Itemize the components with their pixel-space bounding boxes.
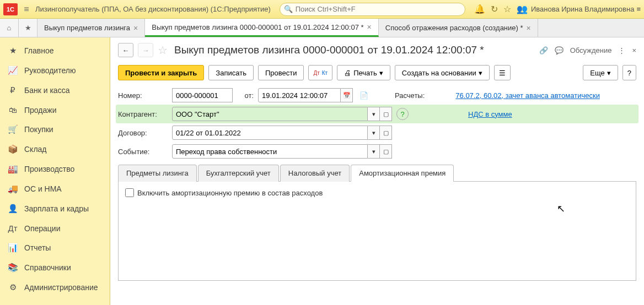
from-label: от: <box>237 91 254 100</box>
close-icon[interactable]: × <box>367 23 372 31</box>
post-button[interactable]: Провести <box>258 65 304 80</box>
app-tab-2[interactable]: Способ отражения расходов (создание) * × <box>379 19 538 37</box>
calendar-icon[interactable]: 📅 <box>341 88 353 102</box>
structure-button[interactable]: ☰ <box>494 65 511 80</box>
save-button[interactable]: Записать <box>208 65 254 80</box>
settlements-link[interactable]: 76.07.2, 60.02, зачет аванса автоматичес… <box>455 91 600 100</box>
create-based-button[interactable]: Создать на основании▾ <box>395 65 490 80</box>
open-icon[interactable]: ▢ <box>380 126 392 140</box>
post-and-close-button[interactable]: Провести и закрыть <box>118 65 204 80</box>
post-flag-icon[interactable]: 📄 <box>359 91 368 100</box>
sidebar-item-hr[interactable]: 👤Зарплата и кадры <box>0 199 110 219</box>
link-icon[interactable]: 🔗 <box>539 46 548 55</box>
doc-tab-amort[interactable]: Амортизационная премия <box>351 165 454 182</box>
forward-button[interactable]: → <box>138 43 153 57</box>
doc-tab-accounting[interactable]: Бухгалтерский учет <box>198 165 279 182</box>
star-icon: ★ <box>8 46 18 56</box>
users-icon[interactable]: 👥 <box>517 4 528 14</box>
sidebar-label: Операции <box>24 224 61 233</box>
sidebar-item-dictionaries[interactable]: 📚Справочники <box>0 258 110 277</box>
ruble-icon: ₽ <box>8 85 18 95</box>
contractor-field[interactable] <box>172 107 368 121</box>
contract-field[interactable] <box>172 126 368 140</box>
menu-icon[interactable]: ≡ <box>21 4 32 14</box>
print-button[interactable]: 🖨Печать▾ <box>337 65 390 80</box>
sidebar-item-sales[interactable]: 🛍Продажи <box>0 100 110 119</box>
help-icon[interactable]: ? <box>396 108 409 120</box>
app-tab-0[interactable]: Выкуп предметов лизинга × <box>37 19 145 37</box>
discussion-label[interactable]: Обсуждение <box>570 46 612 55</box>
vat-link[interactable]: НДС в сумме <box>468 110 512 118</box>
event-field[interactable] <box>172 144 368 159</box>
close-icon[interactable]: × <box>133 24 138 32</box>
sidebar-item-purchases[interactable]: 🛒Покупки <box>0 119 110 139</box>
help-button[interactable]: ? <box>622 65 636 80</box>
heading-actions: 🔗 💬 Обсуждение ⋮ × <box>539 46 636 55</box>
sidebar-item-manager[interactable]: 📈Руководителю <box>0 61 110 80</box>
sidebar-item-assets[interactable]: 🚚ОС и НМА <box>0 179 110 199</box>
cart-icon: 🛒 <box>8 124 18 134</box>
global-search: 🔍 <box>280 3 465 16</box>
chevron-down-icon[interactable]: ▾ <box>368 144 380 159</box>
event-combo: ▾ ▢ <box>172 144 392 159</box>
chevron-down-icon: ▾ <box>379 69 383 77</box>
contractor-label: Контрагент: <box>118 110 168 118</box>
row-contractor: Контрагент: ▾ ▢ ? НДС в сумме <box>116 105 638 123</box>
tab-label: Выкуп предметов лизинга <box>44 24 130 32</box>
row-contract: Договор: ▾ ▢ <box>118 126 636 140</box>
more-button[interactable]: Еще▾ <box>583 65 618 80</box>
date-field[interactable] <box>258 88 341 102</box>
contract-label: Договор: <box>118 129 168 137</box>
app-tab-1[interactable]: Выкуп предметов лизинга 0000-000001 от 1… <box>145 19 379 37</box>
sidebar-label: Производство <box>24 165 74 173</box>
factory-icon: 🏭 <box>8 164 18 174</box>
tab-label: Способ отражения расходов (создание) * <box>385 24 523 32</box>
star-icon[interactable]: ☆ <box>503 4 511 14</box>
sidebar-item-operations[interactable]: ДтОперации <box>0 219 110 238</box>
history-icon[interactable]: ↻ <box>491 4 498 14</box>
open-icon[interactable]: ▢ <box>380 107 392 121</box>
back-button[interactable]: ← <box>118 43 133 57</box>
dtkt-icon: Дт <box>8 224 18 233</box>
open-icon[interactable]: ▢ <box>380 144 392 159</box>
close-icon[interactable]: × <box>632 46 636 55</box>
tab-content: Включить амортизационную премию в состав… <box>118 182 636 281</box>
sidebar-item-main[interactable]: ★Главное <box>0 41 110 61</box>
favorite-star-icon[interactable]: ☆ <box>158 43 168 57</box>
dtkt-button[interactable]: ДтКт <box>308 65 332 80</box>
chevron-down-icon[interactable]: ▾ <box>368 107 380 121</box>
settlements-label: Расчеты: <box>395 91 425 100</box>
sidebar-item-bank[interactable]: ₽Банк и касса <box>0 80 110 100</box>
date-combo: 📅 <box>258 88 353 102</box>
number-field[interactable] <box>172 88 233 102</box>
chevron-down-icon[interactable]: ▾ <box>368 126 380 140</box>
doc-tab-items[interactable]: Предметы лизинга <box>118 165 197 182</box>
sidebar: ★Главное 📈Руководителю ₽Банк и касса 🛍Пр… <box>0 37 110 305</box>
sidebar-item-admin[interactable]: ⚙Администрирование <box>0 277 110 297</box>
row-number: Номер: от: 📅 📄 Расчеты: 76.07.2, 60.02, … <box>118 88 636 102</box>
sidebar-item-production[interactable]: 🏭Производство <box>0 159 110 179</box>
page-title: Выкуп предметов лизинга 0000-000001 от 1… <box>174 44 484 56</box>
sidebar-label: Администрирование <box>24 283 98 292</box>
current-user[interactable]: Иванова Ирина Владимировна ≡ <box>531 5 641 13</box>
favorites-tab[interactable]: ★ <box>19 19 37 37</box>
bell-icon[interactable]: 🔔 <box>474 4 485 14</box>
sidebar-item-warehouse[interactable]: 📦Склад <box>0 139 110 159</box>
box-icon: 📦 <box>8 144 18 154</box>
include-premium-checkbox[interactable] <box>125 188 134 197</box>
close-icon[interactable]: × <box>527 24 531 32</box>
search-input[interactable] <box>280 3 465 16</box>
discussion-icon[interactable]: 💬 <box>555 46 564 55</box>
contract-combo: ▾ ▢ <box>172 126 392 140</box>
event-label: Событие: <box>118 148 168 156</box>
home-tab[interactable]: ⌂ <box>0 19 19 37</box>
person-icon: 👤 <box>8 204 18 214</box>
sidebar-label: Справочники <box>24 263 71 272</box>
doc-tab-tax[interactable]: Налоговый учет <box>280 165 350 182</box>
chevron-down-icon: ▾ <box>607 69 611 77</box>
sidebar-item-reports[interactable]: 📊Отчеты <box>0 238 110 258</box>
bag-icon: 🛍 <box>8 105 18 115</box>
more-icon[interactable]: ⋮ <box>618 46 625 55</box>
user-name: Иванова Ирина Владимировна <box>531 5 635 13</box>
menu-equals-icon[interactable]: ≡ <box>636 5 641 13</box>
